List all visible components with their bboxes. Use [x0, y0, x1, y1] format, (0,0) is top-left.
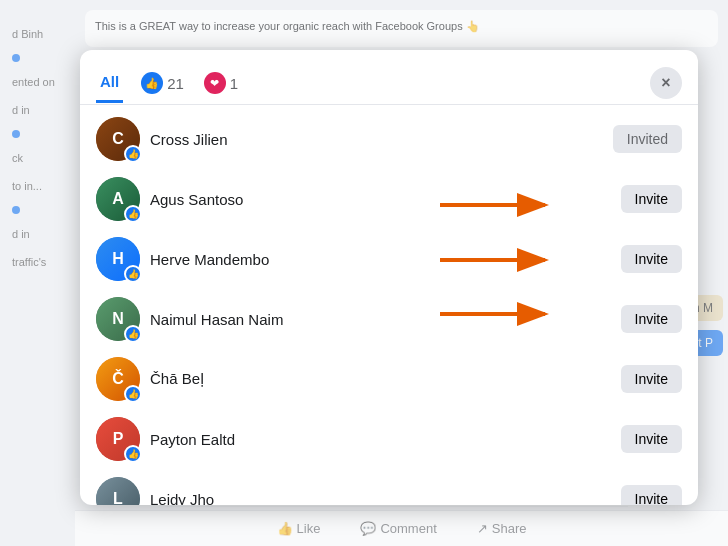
close-button[interactable]: ×	[650, 67, 682, 99]
list-item: N 👍 Naimul Hasan Naim Invite	[80, 289, 698, 349]
modal-header: All 👍 21 ❤ 1 ×	[80, 50, 698, 105]
like-badge: 👍	[124, 265, 142, 283]
bg-sidebar: d Binh ented on d in ck to in... d in tr…	[0, 0, 75, 546]
invite-button[interactable]: Invite	[621, 365, 682, 393]
invite-button[interactable]: Invite	[621, 425, 682, 453]
invited-button[interactable]: Invited	[613, 125, 682, 153]
list-item: P 👍 Payton Ealtd Invite	[80, 409, 698, 469]
tab-likes[interactable]: 👍 21	[135, 62, 190, 104]
list-item: L 👍 Leidy Jho Invite	[80, 469, 698, 505]
list-item: A 👍 Agus Santoso Invite	[80, 169, 698, 229]
likes-count: 21	[167, 75, 184, 92]
comment-action[interactable]: 💬Comment	[360, 521, 436, 536]
person-name: Leidy Jho	[150, 491, 611, 506]
heart-icon: ❤	[204, 72, 226, 94]
invite-button[interactable]: Invite	[621, 485, 682, 505]
avatar-wrap: Č 👍	[96, 357, 140, 401]
tab-all[interactable]: All	[96, 63, 123, 103]
person-name: Cross Jilien	[150, 131, 603, 148]
invite-button[interactable]: Invite	[621, 245, 682, 273]
hearts-count: 1	[230, 75, 238, 92]
like-action[interactable]: 👍Like	[277, 521, 321, 536]
invite-button[interactable]: Invite	[621, 185, 682, 213]
list-item: H 👍 Herve Mandembo Invite	[80, 229, 698, 289]
invite-button[interactable]: Invite	[621, 305, 682, 333]
avatar-wrap: L 👍	[96, 477, 140, 505]
person-name: Agus Santoso	[150, 191, 611, 208]
avatar: L	[96, 477, 140, 505]
like-badge: 👍	[124, 385, 142, 403]
tab-hearts[interactable]: ❤ 1	[198, 62, 244, 104]
avatar-wrap: H 👍	[96, 237, 140, 281]
person-name: Herve Mandembo	[150, 251, 611, 268]
avatar-wrap: P 👍	[96, 417, 140, 461]
list-item: C 👍 Cross Jilien Invited	[80, 109, 698, 169]
like-badge: 👍	[124, 205, 142, 223]
share-action[interactable]: ↗Share	[477, 521, 527, 536]
list-item: Č 👍 Čhā Beḷ Invite	[80, 349, 698, 409]
like-icon: 👍	[141, 72, 163, 94]
like-badge: 👍	[124, 145, 142, 163]
avatar-wrap: N 👍	[96, 297, 140, 341]
like-badge: 👍	[124, 445, 142, 463]
invite-modal: All 👍 21 ❤ 1 × C 👍 Cross Jilien Invited	[80, 50, 698, 505]
person-name: Naimul Hasan Naim	[150, 311, 611, 328]
people-list: C 👍 Cross Jilien Invited A 👍 Agus Santos…	[80, 105, 698, 505]
avatar-wrap: C 👍	[96, 117, 140, 161]
person-name: Payton Ealtd	[150, 431, 611, 448]
person-name: Čhā Beḷ	[150, 370, 611, 388]
avatar-wrap: A 👍	[96, 177, 140, 221]
like-badge: 👍	[124, 325, 142, 343]
